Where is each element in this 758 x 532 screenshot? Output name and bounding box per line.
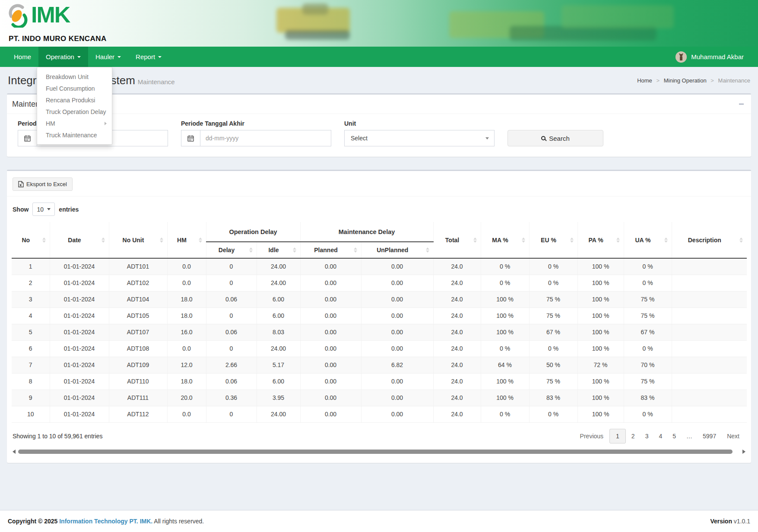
excel-icon <box>18 181 24 187</box>
scrollbar-track[interactable] <box>18 450 740 454</box>
nav-item-report[interactable]: Report <box>128 47 169 67</box>
table-cell: ADT112 <box>109 406 167 422</box>
menu-item-truck-maintenance[interactable]: Truck Maintenance <box>37 129 112 141</box>
footer: Copyright © 2025 Information Technology … <box>0 510 758 532</box>
table-cell: 0 <box>206 307 257 324</box>
table-cell: 9 <box>12 390 50 406</box>
column-header-pa[interactable]: PA % <box>577 222 624 258</box>
sort-icon <box>199 238 202 243</box>
table-cell: ADT110 <box>109 373 167 390</box>
pagination-page-5997[interactable]: 5997 <box>698 429 721 443</box>
user-name: Muhammad Akbar <box>691 53 744 60</box>
table-cell <box>672 373 747 390</box>
table-cell: 0.00 <box>300 307 361 324</box>
scroll-left-icon[interactable] <box>13 450 16 454</box>
table-cell: 01-01-2024 <box>50 258 109 275</box>
field-label: Periode Tanggal Akhir <box>181 120 331 127</box>
table-cell: 100 % <box>481 373 529 390</box>
field-periode-akhir: Periode Tanggal Akhir <box>181 120 331 146</box>
column-header-idle[interactable]: Idle <box>257 242 300 258</box>
sort-icon <box>42 238 46 243</box>
table-cell: ADT105 <box>109 307 167 324</box>
table-cell: 83 % <box>529 390 577 406</box>
filter-panel-header: Maintenance <box>7 95 751 114</box>
banner-overlay <box>0 0 758 47</box>
table-cell: 3 <box>12 291 50 307</box>
table-row: 101-01-2024ADT1010.0024.000.000.0024.00 … <box>12 258 747 275</box>
table-cell: 70 % <box>624 357 672 373</box>
table-row: 501-01-2024ADT10716.00.068.030.000.0024.… <box>12 324 747 340</box>
version-label: Version <box>710 518 732 525</box>
pagination-page-1[interactable]: 1 <box>609 429 626 443</box>
column-header-eu[interactable]: EU % <box>529 222 577 258</box>
column-header-description[interactable]: Description <box>672 222 747 258</box>
table-cell <box>672 324 747 340</box>
nav-item-home[interactable]: Home <box>6 47 38 67</box>
column-header-unplanned[interactable]: UnPlanned <box>361 242 433 258</box>
nav-label: Report <box>136 53 155 60</box>
table-cell: 6.00 <box>257 373 300 390</box>
sort-icon <box>160 238 163 243</box>
column-header-ma[interactable]: MA % <box>481 222 529 258</box>
user-menu[interactable]: Muhammad Akbar <box>671 47 758 67</box>
column-header-total[interactable]: Total <box>433 222 481 258</box>
group-header-operation-delay: Operation Delay <box>206 222 300 242</box>
group-header-maintenance-delay: Maintenance Delay <box>300 222 433 242</box>
scroll-right-icon[interactable] <box>742 450 745 454</box>
search-button[interactable]: Search <box>507 130 603 146</box>
column-header-delay[interactable]: Delay <box>206 242 257 258</box>
menu-item-label: Truck Operation Delay <box>46 108 106 115</box>
scrollbar-thumb[interactable] <box>18 450 733 454</box>
nav-label: Home <box>14 53 31 60</box>
table-cell: 64 % <box>481 357 529 373</box>
footer-link[interactable]: Information Technology PT. IMK. <box>59 518 152 525</box>
breadcrumb-mining-operation[interactable]: Mining Operation <box>664 77 707 84</box>
column-header-planned[interactable]: Planned <box>300 242 361 258</box>
table-cell: 0.00 <box>361 291 433 307</box>
table-cell: 100 % <box>577 275 624 291</box>
nav-item-hauler[interactable]: Hauler <box>88 47 128 67</box>
banner: IMK PT. INDO MURO KENCANA <box>0 0 758 47</box>
pagination-page-4[interactable]: 4 <box>654 429 667 443</box>
pagination-page-2[interactable]: 2 <box>627 429 640 443</box>
pagination-page-5[interactable]: 5 <box>668 429 681 443</box>
menu-item-fuel-consumption[interactable]: Fuel Consumption <box>37 82 112 94</box>
pagination-next[interactable]: Next <box>722 429 745 443</box>
page-size-value: 10 <box>37 206 44 213</box>
pagination-previous[interactable]: Previous <box>575 429 609 443</box>
column-header-ua[interactable]: UA % <box>624 222 672 258</box>
table-cell: 24.0 <box>433 291 481 307</box>
export-excel-button[interactable]: Eksport to Excel <box>13 177 73 191</box>
sort-icon <box>101 238 105 243</box>
pagination-ellipsis[interactable]: … <box>682 429 697 443</box>
table-cell: 24.0 <box>433 275 481 291</box>
pagination-page-3[interactable]: 3 <box>641 429 653 443</box>
table-cell: 0.00 <box>361 324 433 340</box>
collapse-icon[interactable] <box>736 99 746 109</box>
pagination: Previous12345…5997Next <box>575 429 745 443</box>
table-cell: 5 <box>12 324 50 340</box>
table-cell: 0.00 <box>361 258 433 275</box>
nav-item-operation[interactable]: Operation <box>38 47 88 67</box>
table-cell: 100 % <box>481 390 529 406</box>
menu-item-breakdown-unit[interactable]: Breakdown Unit <box>37 71 112 82</box>
breadcrumb-home[interactable]: Home <box>637 77 652 84</box>
column-header-no[interactable]: No <box>12 222 50 258</box>
page-size-select[interactable]: 10 <box>32 203 55 216</box>
column-header-date[interactable]: Date <box>50 222 109 258</box>
table-cell: 10 <box>12 406 50 422</box>
column-header-no-unit[interactable]: No Unit <box>109 222 167 258</box>
column-header-hm[interactable]: HM <box>167 222 206 258</box>
maintenance-table: No Date No Unit HM Operation Delay Maint… <box>12 222 747 423</box>
sort-icon <box>664 238 668 243</box>
periode-akhir-input[interactable] <box>200 130 331 146</box>
unit-select[interactable]: Select <box>344 130 495 146</box>
search-icon <box>541 136 546 140</box>
table-cell: 0.00 <box>361 275 433 291</box>
menu-item-hm[interactable]: HM <box>37 117 112 129</box>
table-row: 301-01-2024ADT10418.00.066.000.000.0024.… <box>12 291 747 307</box>
menu-item-rencana-produksi[interactable]: Rencana Produksi <box>37 94 112 106</box>
table-cell: ADT101 <box>109 258 167 275</box>
table-cell: 6.00 <box>257 291 300 307</box>
menu-item-truck-operation-delay[interactable]: Truck Operation Delay <box>37 106 112 117</box>
